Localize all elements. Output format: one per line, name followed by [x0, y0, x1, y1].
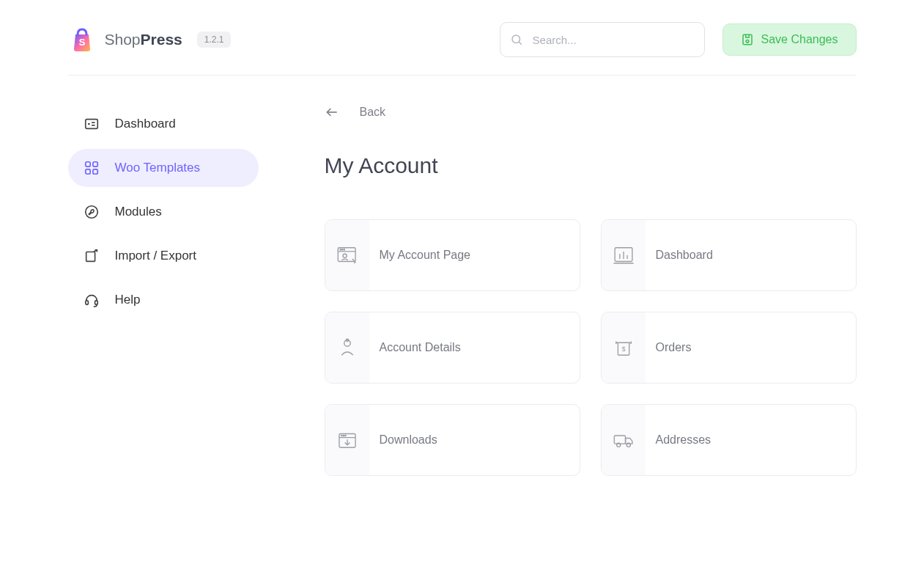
svg-point-4 [746, 40, 749, 43]
page-title: My Account [325, 153, 857, 178]
sidebar-item-help[interactable]: Help [68, 281, 259, 319]
svg-point-38 [343, 435, 344, 436]
svg-point-13 [85, 206, 97, 219]
sidebar-item-label: Help [115, 293, 141, 307]
search-icon [510, 33, 523, 46]
card-orders[interactable]: $ Orders [601, 312, 857, 384]
svg-point-37 [341, 435, 341, 436]
svg-point-21 [341, 249, 342, 250]
brand-name-light: Shop [105, 31, 141, 48]
svg-point-6 [87, 123, 89, 125]
card-account-details[interactable]: Account Details [325, 312, 580, 384]
truck-icon [602, 405, 646, 475]
card-label: Orders [646, 312, 692, 383]
orders-icon: $ [602, 312, 646, 383]
svg-rect-16 [95, 301, 97, 305]
sidebar-item-label: Woo Templates [115, 161, 201, 175]
download-icon [325, 405, 369, 475]
svg-point-1 [512, 35, 520, 43]
sidebar-item-woo-templates[interactable]: Woo Templates [68, 149, 259, 187]
card-label: My Account Page [369, 220, 471, 290]
grid-icon [83, 159, 100, 177]
headset-icon [83, 291, 100, 309]
brand-name-bold: Press [141, 31, 182, 48]
card-label: Addresses [646, 405, 712, 475]
save-button-label: Save Changes [761, 33, 838, 46]
svg-point-20 [339, 249, 340, 250]
save-changes-button[interactable]: Save Changes [722, 23, 857, 56]
svg-rect-12 [92, 169, 97, 174]
brand: S ShopPress 1.2.1 [68, 26, 232, 54]
svg-rect-5 [85, 120, 97, 129]
header-right: Save Changes [500, 22, 857, 57]
svg-line-2 [519, 42, 521, 44]
card-label: Account Details [369, 312, 461, 383]
sidebar-item-label: Modules [115, 205, 162, 219]
card-downloads[interactable]: Downloads [325, 404, 580, 476]
card-dashboard[interactable]: Dashboard [601, 219, 857, 291]
header: S ShopPress 1.2.1 [68, 0, 857, 76]
svg-rect-15 [85, 301, 88, 305]
dashboard-icon [83, 115, 100, 133]
svg-rect-11 [85, 169, 89, 174]
sidebar-item-modules[interactable]: Modules [68, 193, 259, 231]
wrench-icon [83, 203, 100, 221]
import-export-icon [83, 247, 100, 265]
card-addresses[interactable]: Addresses [601, 404, 857, 476]
account-page-icon [325, 220, 369, 290]
svg-rect-9 [85, 162, 89, 166]
card-label: Dashboard [646, 220, 713, 290]
arrow-left-icon [325, 105, 339, 120]
sidebar-item-import-export[interactable]: Import / Export [68, 237, 259, 275]
cards-grid: My Account Page Dashboard [325, 219, 857, 476]
main-content: Back My Account [281, 105, 857, 476]
sidebar: Dashboard Woo Templates [68, 105, 259, 476]
svg-text:S: S [78, 37, 85, 48]
save-icon [741, 33, 754, 46]
back-button[interactable]: Back [325, 105, 386, 120]
svg-point-22 [344, 249, 344, 250]
chart-icon [602, 220, 646, 290]
card-label: Downloads [369, 405, 437, 475]
svg-point-39 [344, 435, 345, 436]
back-label: Back [360, 106, 386, 119]
svg-text:$: $ [621, 345, 625, 353]
sidebar-item-label: Import / Export [115, 249, 196, 263]
search-input[interactable] [500, 22, 705, 57]
svg-rect-41 [614, 436, 625, 444]
version-badge: 1.2.1 [197, 32, 232, 48]
search-box [500, 22, 705, 57]
brand-name: ShopPress [105, 31, 182, 48]
svg-rect-14 [86, 252, 95, 262]
card-my-account-page[interactable]: My Account Page [325, 219, 580, 291]
sidebar-item-label: Dashboard [115, 117, 176, 131]
logo-icon: S [68, 26, 96, 54]
sidebar-item-dashboard[interactable]: Dashboard [68, 105, 259, 143]
user-icon [325, 312, 369, 383]
svg-rect-10 [92, 162, 97, 166]
svg-point-23 [343, 254, 347, 257]
